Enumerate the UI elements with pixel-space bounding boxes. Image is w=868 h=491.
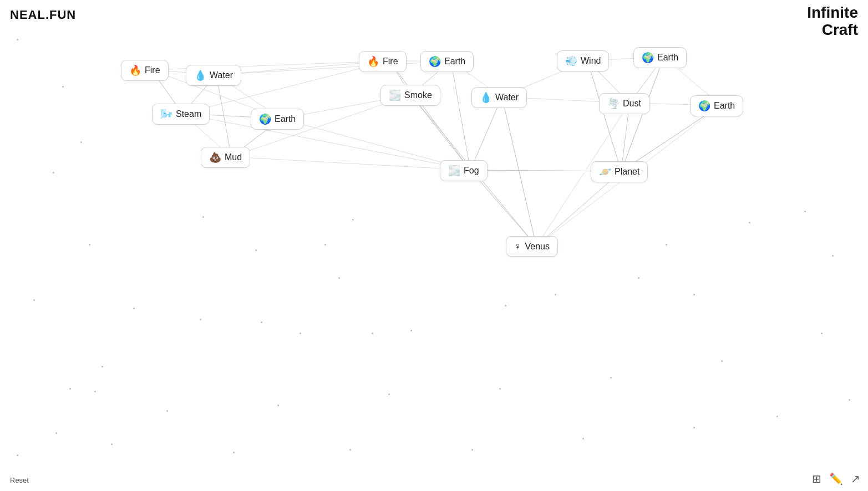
- decorative-line: [216, 61, 451, 75]
- share-icon[interactable]: ↗: [851, 472, 860, 485]
- background-dot: [804, 211, 806, 212]
- craft-node-wind1[interactable]: 💨Wind: [557, 50, 609, 71]
- background-dot: [388, 393, 390, 395]
- node-emoji: 🌪️: [607, 98, 620, 110]
- connection-line: [621, 57, 664, 171]
- craft-node-mud1[interactable]: 💩Mud: [201, 147, 250, 168]
- craft-node-earth2[interactable]: 🌍Earth: [420, 51, 474, 72]
- title-line2: Craft: [807, 22, 858, 39]
- background-dot: [832, 255, 834, 257]
- node-emoji: 🌍: [429, 55, 441, 68]
- node-emoji: 💩: [209, 151, 221, 163]
- background-dot: [693, 294, 695, 295]
- node-label: Fire: [383, 57, 398, 67]
- pencil-icon[interactable]: ✏️: [829, 472, 843, 485]
- connection-line: [411, 95, 470, 170]
- node-label: Dust: [623, 99, 641, 109]
- background-dot: [55, 432, 57, 434]
- background-dot: [749, 222, 750, 223]
- bottom-toolbar: ⊞ ✏️ ↗: [812, 472, 860, 485]
- background-dot: [505, 305, 506, 306]
- node-label: Fog: [464, 166, 479, 176]
- craft-node-smoke1[interactable]: 🌫️Smoke: [380, 85, 440, 106]
- background-dot: [17, 39, 18, 40]
- node-emoji: 🔥: [129, 64, 141, 76]
- decorative-line: [231, 157, 470, 170]
- decorative-line: [411, 95, 470, 170]
- node-label: Water: [210, 70, 233, 80]
- connection-line: [451, 61, 470, 170]
- background-dot: [202, 216, 204, 218]
- node-emoji: 🪐: [599, 166, 611, 178]
- connection-line: [587, 60, 621, 171]
- background-dot: [17, 454, 18, 456]
- craft-node-steam1[interactable]: 🌬️Steam: [152, 104, 210, 125]
- node-emoji: 🌍: [698, 100, 710, 112]
- decorative-line: [411, 95, 470, 170]
- background-dot: [693, 427, 695, 428]
- craft-node-fog1[interactable]: 🌫️Fog: [440, 160, 488, 181]
- background-dot: [338, 277, 340, 279]
- background-dot: [555, 294, 556, 295]
- node-label: Earth: [657, 53, 678, 63]
- background-dot: [69, 388, 71, 390]
- title-line1: Infinite: [807, 4, 858, 22]
- background-dot: [133, 308, 135, 309]
- craft-node-fire1[interactable]: 🔥Fire: [121, 60, 169, 81]
- background-dot: [582, 438, 584, 439]
- background-dot: [821, 333, 823, 334]
- craft-node-earth3[interactable]: 🌍Earth: [633, 47, 687, 68]
- background-dot: [80, 141, 82, 143]
- background-dot: [352, 219, 354, 221]
- decorative-line: [389, 61, 470, 170]
- connection-line: [502, 97, 536, 246]
- background-dot: [300, 333, 301, 334]
- node-label: Steam: [176, 109, 201, 119]
- background-dot: [324, 244, 326, 246]
- background-dot: [277, 405, 279, 406]
- craft-node-venus1[interactable]: ♀Venus: [506, 236, 558, 257]
- node-label: Planet: [615, 167, 639, 177]
- background-dot: [233, 452, 235, 453]
- craft-node-water2[interactable]: 💧Water: [471, 87, 527, 108]
- background-dot: [849, 399, 850, 401]
- background-dot: [53, 172, 54, 173]
- node-label: Wind: [581, 56, 601, 66]
- background-dot: [255, 249, 257, 251]
- craft-node-water1[interactable]: 💧Water: [186, 65, 241, 86]
- background-dot: [666, 244, 667, 246]
- node-emoji: 💧: [480, 91, 492, 104]
- node-emoji: 💨: [565, 55, 577, 67]
- node-label: Venus: [525, 242, 550, 252]
- decorative-line: [621, 57, 664, 171]
- craft-node-planet1[interactable]: 🪐Planet: [591, 161, 648, 182]
- craft-node-dust1[interactable]: 🌪️Dust: [599, 93, 649, 114]
- background-dot: [471, 449, 473, 451]
- node-label: Fire: [145, 65, 160, 75]
- node-emoji: 💧: [194, 69, 206, 81]
- reset-button[interactable]: Reset: [10, 476, 29, 484]
- grid-icon[interactable]: ⊞: [812, 472, 821, 485]
- background-dot: [101, 366, 103, 367]
- node-emoji: 🌬️: [160, 108, 172, 120]
- node-label: Earth: [275, 114, 296, 124]
- connection-line: [389, 61, 470, 170]
- craft-node-fire2[interactable]: 🔥Fire: [359, 51, 407, 72]
- background-dot: [372, 333, 373, 334]
- background-dot: [410, 330, 412, 331]
- background-dot: [33, 299, 35, 301]
- decorative-line: [621, 57, 664, 171]
- node-label: Water: [495, 93, 519, 103]
- background-dot: [89, 244, 90, 246]
- background-dot: [62, 86, 64, 88]
- decorative-line: [502, 97, 536, 246]
- craft-node-earth4[interactable]: 🌍Earth: [690, 95, 743, 116]
- craft-node-earth1[interactable]: 🌍Earth: [251, 109, 304, 130]
- background-dot: [499, 388, 501, 390]
- node-emoji: 🌍: [642, 52, 654, 64]
- node-emoji: 🌍: [259, 113, 271, 125]
- logo: NEAL.FUN: [10, 8, 76, 22]
- decorative-line: [587, 60, 621, 171]
- background-dot: [94, 391, 96, 392]
- node-label: Mud: [225, 152, 242, 162]
